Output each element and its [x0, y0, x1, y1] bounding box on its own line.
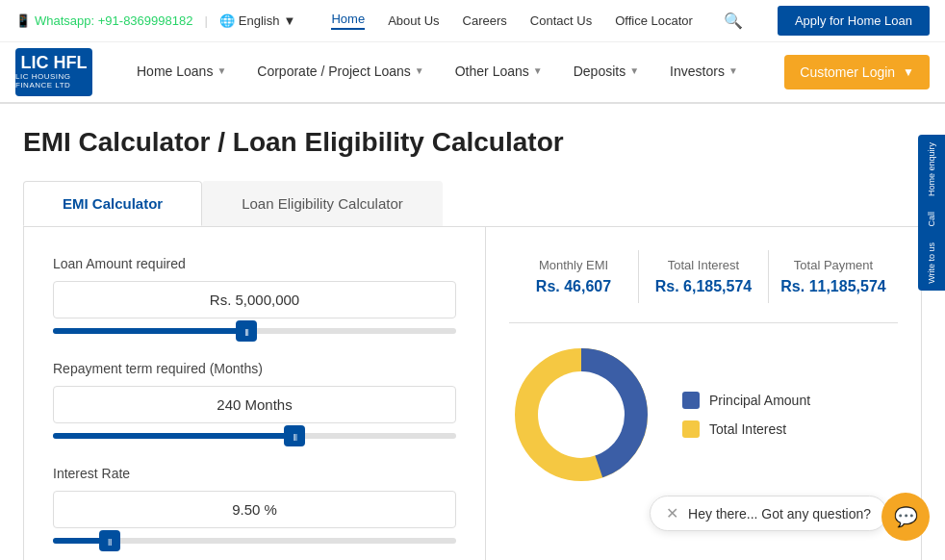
interest-rate-input[interactable] [53, 491, 456, 528]
side-panel-call[interactable]: Call [927, 212, 936, 227]
legend-principal: Principal Amount [682, 392, 810, 409]
side-panel-home-enquiry[interactable]: Home enquiry [927, 142, 936, 196]
chat-avatar[interactable]: 💬 [881, 493, 930, 541]
total-interest-value: Rs. 6,185,574 [647, 278, 760, 295]
nav-home-loans[interactable]: Home Loans ▼ [121, 41, 242, 103]
slider-thumb[interactable] [99, 530, 120, 551]
calculator-tabs: EMI Calculator Loan Eligibility Calculat… [23, 181, 922, 227]
slider-track [53, 433, 456, 439]
interest-rate-group: Interest Rate [53, 466, 456, 544]
nav-corporate-loans[interactable]: Corporate / Project Loans ▼ [242, 41, 439, 103]
slider-thumb[interactable] [284, 425, 305, 446]
loan-amount-slider[interactable] [53, 328, 456, 334]
results-summary: Monthly EMI Rs. 46,607 Total Interest Rs… [509, 250, 898, 323]
tab-loan-eligibility[interactable]: Loan Eligibility Calculator [202, 181, 443, 226]
chevron-down-icon: ▼ [903, 65, 914, 79]
language-selector[interactable]: 🌐 English ▼ [219, 13, 296, 28]
chevron-down-icon: ▼ [728, 65, 738, 76]
chevron-down-icon: ▼ [629, 65, 639, 76]
chat-bar[interactable]: ✕ Hey there... Got any question? [650, 496, 887, 531]
loan-amount-group: Loan Amount required [53, 256, 456, 334]
chevron-down-icon: ▼ [217, 65, 226, 76]
nav-investors[interactable]: Investors ▼ [654, 41, 753, 103]
slider-track [53, 328, 456, 334]
total-interest-item: Total Interest Rs. 6,185,574 [639, 250, 769, 303]
total-interest-label: Total Interest [647, 258, 760, 272]
top-nav-office[interactable]: Office Locator [615, 13, 693, 28]
repayment-term-group: Repayment term required (Months) [53, 361, 456, 439]
whatsapp-icon: 📱 [15, 13, 31, 28]
top-nav-about[interactable]: About Us [388, 13, 439, 28]
globe-icon: 🌐 [219, 13, 235, 28]
chat-message: Hey there... Got any question? [688, 506, 871, 522]
chat-icon: 💬 [894, 505, 918, 528]
top-bar: 📱 Whatsapp: +91-8369998182 | 🌐 English ▼… [0, 0, 945, 42]
chevron-down-icon: ▼ [283, 13, 295, 28]
monthly-emi-label: Monthly EMI [517, 258, 630, 272]
total-payment-label: Total Payment [777, 258, 890, 272]
divider: | [204, 13, 207, 28]
repayment-term-label: Repayment term required (Months) [53, 361, 456, 376]
main-nav: LIC HFL LIC HOUSING FINANCE LTD Home Loa… [0, 42, 945, 104]
monthly-emi-value: Rs. 46,607 [517, 278, 630, 295]
principal-color-dot [682, 392, 700, 409]
top-nav-careers[interactable]: Careers [463, 13, 507, 28]
chart-legend: Principal Amount Total Interest [682, 392, 810, 438]
interest-slider[interactable] [53, 538, 456, 544]
loan-amount-input[interactable] [53, 281, 456, 318]
page-content: EMI Calculator / Loan Eligibility Calcul… [0, 104, 945, 560]
logo-image: LIC HFL LIC HOUSING FINANCE LTD [15, 48, 92, 96]
nav-deposits[interactable]: Deposits ▼ [558, 41, 654, 103]
total-payment-item: Total Payment Rs. 11,185,574 [769, 250, 898, 303]
nav-other-loans[interactable]: Other Loans ▼ [440, 41, 558, 103]
interest-color-dot [682, 420, 700, 438]
side-panel-write[interactable]: Write to us [927, 242, 936, 284]
apply-home-loan-button[interactable]: Apply for Home Loan [778, 6, 930, 36]
repayment-slider[interactable] [53, 433, 456, 439]
chevron-down-icon: ▼ [533, 65, 543, 76]
search-icon[interactable]: 🔍 [724, 12, 743, 30]
tab-emi-calculator[interactable]: EMI Calculator [23, 181, 202, 226]
top-nav-home[interactable]: Home [331, 12, 365, 30]
slider-fill [53, 328, 246, 334]
slider-track [53, 538, 456, 544]
calculator-inputs: Loan Amount required Repayment term requ… [24, 227, 486, 560]
slider-fill [53, 433, 294, 439]
whatsapp-contact[interactable]: 📱 Whatsapp: +91-8369998182 [15, 13, 192, 28]
legend-interest: Total Interest [682, 420, 810, 438]
logo[interactable]: LIC HFL LIC HOUSING FINANCE LTD [15, 48, 92, 96]
chat-close-icon[interactable]: ✕ [666, 504, 678, 522]
chart-area: Principal Amount Total Interest [509, 343, 898, 487]
donut-chart [509, 343, 653, 487]
main-nav-links: Home Loans ▼ Corporate / Project Loans ▼… [121, 41, 753, 103]
monthly-emi-item: Monthly EMI Rs. 46,607 [509, 250, 639, 303]
total-payment-value: Rs. 11,185,574 [777, 278, 890, 295]
top-nav-contact[interactable]: Contact Us [530, 13, 592, 28]
repayment-term-input[interactable] [53, 386, 456, 423]
side-panel: Home enquiry Call Write to us [918, 135, 945, 291]
loan-amount-label: Loan Amount required [53, 256, 456, 271]
page-title: EMI Calculator / Loan Eligibility Calcul… [23, 127, 922, 158]
svg-point-2 [538, 371, 625, 458]
interest-rate-label: Interest Rate [53, 466, 456, 481]
top-nav-links: Home About Us Careers Contact Us Office … [331, 6, 930, 36]
slider-thumb[interactable] [236, 320, 257, 342]
chevron-down-icon: ▼ [415, 65, 424, 76]
customer-login-button[interactable]: Customer Login ▼ [784, 55, 930, 89]
